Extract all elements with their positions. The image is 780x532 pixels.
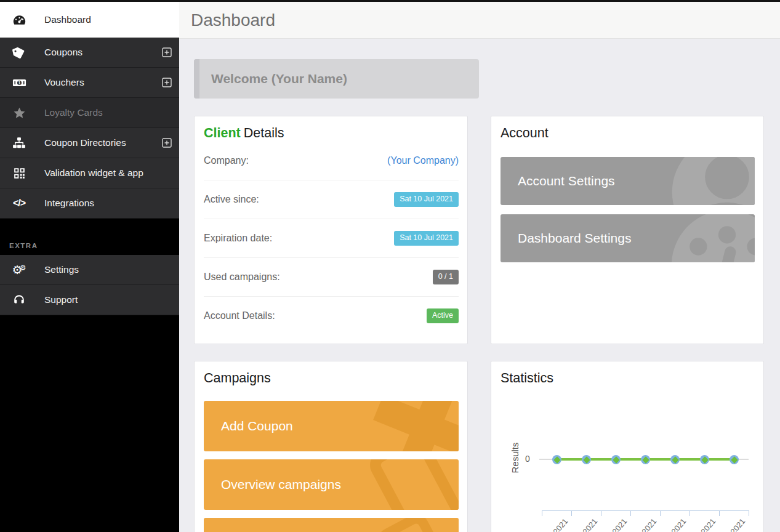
count-badge: 0 / 1 [433,270,459,284]
user-circle-watermark-icon [662,157,755,205]
star-icon [12,106,26,120]
date-badge: Sat 10 Jul 2021 [394,192,459,207]
x-axis-label: 2021 [692,517,717,532]
company-link[interactable]: (Your Company) [387,155,459,166]
sidebar-item-label: Validation widget & app [44,167,143,179]
sidebar-item-validation-widget[interactable]: Validation widget & app [0,158,179,188]
sidebar-item-support[interactable]: Support [0,285,179,315]
card-title: Statistics [501,370,755,386]
main-area: Dashboard Welcome (Your Name) ClientDeta… [179,2,780,532]
detail-label: Used campaigns: [204,272,280,283]
x-axis-tick [690,510,690,516]
card-title: Account [501,125,755,141]
sidebar-item-coupons[interactable]: Coupons [0,38,179,68]
data-point-marker [582,455,591,464]
plus-watermark-icon [348,401,459,451]
detail-label: Account Details: [204,310,275,321]
page-title: Dashboard [191,10,275,30]
x-axis-label: 2021 [722,517,747,532]
client-details-card: ClientDetails Company: (Your Company) Ac… [194,116,468,344]
detail-row-expiration-date: Expiration date: Sat 10 Jul 2021 [204,219,459,257]
gauge-watermark-icon [665,214,755,262]
x-axis-tick [630,510,631,516]
x-axis-label: 2021 [544,517,569,532]
plus-square-icon[interactable] [162,138,172,148]
svg-text:1: 1 [18,81,20,86]
detail-label: Expiration date: [204,233,272,244]
data-point-marker [670,455,680,464]
y-axis-label: Results [510,440,520,477]
x-axis-tick [571,510,572,516]
card-title-highlight: Client [204,126,241,140]
headset-icon [12,293,26,307]
x-axis-line [542,510,749,511]
gears-icon: ⚙⚙ [12,264,26,276]
status-badge: Active [427,308,459,323]
content-area: Welcome (Your Name) ClientDetails Compan… [179,39,780,531]
detail-row-used-campaigns: Used campaigns: 0 / 1 [204,257,459,296]
campaigns-card: Campaigns Add Coupon Overview campaigns [194,361,468,532]
statistics-chart: Results 0 2021202120212021202120212021 [501,391,755,532]
sidebar-item-label: Coupon Directories [44,137,126,148]
data-point-marker [641,455,650,464]
data-point-marker [730,455,739,464]
date-badge: Sat 10 Jul 2021 [394,231,459,246]
overview-campaigns-button[interactable]: Overview campaigns [204,459,459,510]
add-coupon-button[interactable]: Add Coupon [204,401,459,451]
sidebar-item-vouchers[interactable]: 1 Vouchers [0,68,179,98]
card-title: Campaigns [204,370,459,386]
sidebar-item-settings[interactable]: ⚙⚙ Settings [0,255,179,285]
coupon-tag-icon [12,46,26,59]
x-axis-tick [749,510,749,516]
x-axis-label: 2021 [633,517,658,532]
money-bill-icon: 1 [12,76,26,90]
ticket-watermark-icon [339,459,459,510]
detail-label: Company: [204,155,249,166]
x-axis-tick [660,510,661,516]
account-settings-button[interactable]: Account Settings [501,157,755,205]
card-title: ClientDetails [204,125,459,141]
sidebar-item-dashboard[interactable]: Dashboard [0,2,179,38]
welcome-text: Welcome (Your Name) [211,71,347,86]
sidebar-item-label: Support [44,294,78,305]
data-point-marker [611,455,621,464]
cards-grid: ClientDetails Company: (Your Company) Ac… [194,116,764,532]
statistics-card: Statistics Results 0 2021202120212021202… [491,361,764,532]
detail-label: Active since: [204,194,259,205]
dashboard-settings-button[interactable]: Dashboard Settings [501,214,755,262]
sidebar-item-label: Coupons [44,47,82,58]
welcome-banner: Welcome (Your Name) [194,59,479,99]
x-axis-tick [542,510,542,516]
sidebar-item-label: Loyalty Cards [44,107,103,118]
y-axis-tick-label: 0 [525,454,530,464]
campaign-extra-button[interactable] [204,518,459,532]
plus-square-icon[interactable] [162,78,172,87]
sidebar: Dashboard Coupons 1 Vouchers Loyalty Car… [0,0,179,532]
sidebar-item-coupon-directories[interactable]: Coupon Directories [0,128,179,158]
top-border-bar [0,0,780,2]
qrcode-icon [12,167,26,180]
x-axis-tick [601,510,601,516]
sidebar-item-label: Dashboard [44,14,91,25]
x-axis-label: 2021 [662,517,688,532]
sidebar-section-extra: EXTRA [0,219,179,255]
x-axis-label: 2021 [574,517,599,532]
data-point-marker [700,455,709,464]
sitemap-icon [12,136,26,150]
detail-row-account-details: Account Details: Active [204,296,459,335]
x-axis-tick [719,510,720,516]
x-axis-label: 2021 [603,517,629,532]
code-icon: </> [12,198,26,209]
sidebar-item-label: Settings [44,264,79,275]
ticket-watermark-icon [352,518,459,532]
detail-row-company: Company: (Your Company) [204,141,459,180]
sidebar-item-label: Vouchers [44,77,84,88]
data-point-marker [552,455,561,464]
gauge-icon [12,13,26,27]
page-header: Dashboard [179,2,780,39]
sidebar-item-loyalty-cards[interactable]: Loyalty Cards [0,98,179,128]
sidebar-item-integrations[interactable]: </> Integrations [0,188,179,219]
plus-square-icon[interactable] [162,47,172,57]
account-card: Account Account Settings Dashboard Setti… [491,116,764,344]
sidebar-item-label: Integrations [44,198,94,209]
